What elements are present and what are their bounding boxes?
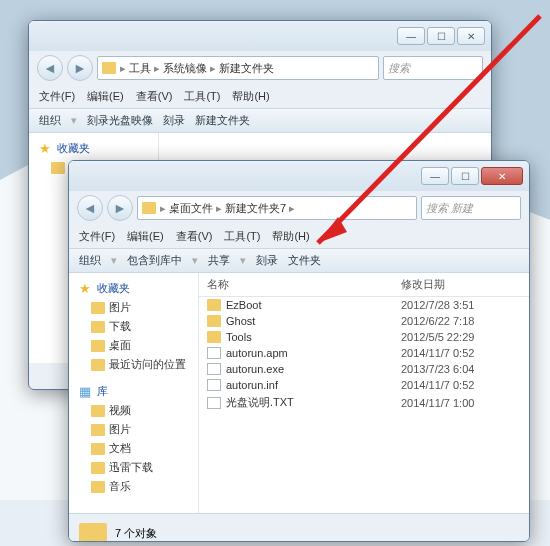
folder-button[interactable]: 文件夹 [288, 253, 321, 268]
folder-icon [79, 523, 107, 543]
column-headers[interactable]: 名称 修改日期 [199, 273, 529, 297]
col-date: 修改日期 [401, 277, 521, 292]
file-row[interactable]: autorun.exe2013/7/23 6:04 [199, 361, 529, 377]
tree-item-pictures[interactable]: 图片 [85, 298, 194, 317]
close-button[interactable]: ✕ [481, 167, 523, 185]
titlebar[interactable]: — ☐ ✕ [69, 161, 529, 191]
tree-item-downloads[interactable]: 下载 [85, 317, 194, 336]
back-button[interactable]: ◄ [77, 195, 103, 221]
file-row[interactable]: autorun.apm2014/11/7 0:52 [199, 345, 529, 361]
file-name: autorun.exe [226, 363, 284, 375]
search-input[interactable]: 搜索 新建 [421, 196, 521, 220]
toolbar: 组织▾ 包含到库中▾ 共享▾ 刻录 文件夹 [69, 248, 529, 273]
close-button[interactable]: ✕ [457, 27, 485, 45]
file-icon [207, 347, 221, 359]
burn-image-button[interactable]: 刻录光盘映像 [87, 113, 153, 128]
file-icon [207, 397, 221, 409]
tree-item-videos[interactable]: 视频 [85, 401, 194, 420]
file-list[interactable]: 名称 修改日期 EzBoot2012/7/28 3:51Ghost2012/6/… [199, 273, 529, 513]
tree-item-desktop[interactable]: 桌面 [85, 336, 194, 355]
file-date: 2014/11/7 0:52 [401, 347, 521, 359]
maximize-button[interactable]: ☐ [451, 167, 479, 185]
new-folder-button[interactable]: 新建文件夹 [195, 113, 250, 128]
file-date: 2014/11/7 1:00 [401, 397, 521, 409]
tree-item-documents[interactable]: 文档 [85, 439, 194, 458]
file-name: 光盘说明.TXT [226, 395, 294, 410]
menu-help[interactable]: 帮助(H) [232, 89, 269, 104]
menu-edit[interactable]: 编辑(E) [127, 229, 164, 244]
menu-tools[interactable]: 工具(T) [224, 229, 260, 244]
file-date: 2012/6/22 7:18 [401, 315, 521, 327]
menu-view[interactable]: 查看(V) [136, 89, 173, 104]
nav-tree: ★收藏夹 图片 下载 桌面 最近访问的位置 ▦库 视频 图片 文档 迅雷下载 音… [69, 273, 199, 513]
minimize-button[interactable]: — [397, 27, 425, 45]
include-library-button[interactable]: 包含到库中 [127, 253, 182, 268]
back-button[interactable]: ◄ [37, 55, 63, 81]
folder-icon [142, 202, 156, 214]
address-bar[interactable]: ▸桌面文件 ▸新建文件夹7 ▸ [137, 196, 417, 220]
tree-favorites[interactable]: ★收藏夹 [73, 279, 194, 298]
breadcrumb[interactable]: ▸桌面文件 ▸新建文件夹7 ▸ [160, 201, 295, 216]
minimize-button[interactable]: — [421, 167, 449, 185]
status-bar: 7 个对象 [69, 513, 529, 542]
menu-file[interactable]: 文件(F) [39, 89, 75, 104]
nav-row: ◄ ► ▸工具 ▸系统镜像 ▸新建文件夹 搜索 [29, 51, 491, 85]
forward-button[interactable]: ► [107, 195, 133, 221]
file-row[interactable]: autorun.inf2014/11/7 0:52 [199, 377, 529, 393]
forward-button[interactable]: ► [67, 55, 93, 81]
file-name: autorun.inf [226, 379, 278, 391]
tree-item-recent[interactable]: 最近访问的位置 [85, 355, 194, 374]
search-input[interactable]: 搜索 [383, 56, 483, 80]
file-row[interactable]: Ghost2012/6/22 7:18 [199, 313, 529, 329]
toolbar: 组织▾ 刻录光盘映像 刻录 新建文件夹 [29, 108, 491, 133]
menu-bar: 文件(F) 编辑(E) 查看(V) 工具(T) 帮助(H) [69, 225, 529, 248]
file-icon [207, 363, 221, 375]
file-date: 2012/5/5 22:29 [401, 331, 521, 343]
share-button[interactable]: 共享 [208, 253, 230, 268]
menu-edit[interactable]: 编辑(E) [87, 89, 124, 104]
file-date: 2014/11/7 0:52 [401, 379, 521, 391]
file-name: Ghost [226, 315, 255, 327]
tree-item-music[interactable]: 音乐 [85, 477, 194, 496]
menu-bar: 文件(F) 编辑(E) 查看(V) 工具(T) 帮助(H) [29, 85, 491, 108]
burn-button[interactable]: 刻录 [256, 253, 278, 268]
file-icon [207, 379, 221, 391]
titlebar[interactable]: — ☐ ✕ [29, 21, 491, 51]
address-bar[interactable]: ▸工具 ▸系统镜像 ▸新建文件夹 [97, 56, 379, 80]
tree-item-thunder[interactable]: 迅雷下载 [85, 458, 194, 477]
explorer-window-front: — ☐ ✕ ◄ ► ▸桌面文件 ▸新建文件夹7 ▸ 搜索 新建 文件(F) 编辑… [68, 160, 530, 542]
menu-file[interactable]: 文件(F) [79, 229, 115, 244]
file-date: 2012/7/28 3:51 [401, 299, 521, 311]
file-name: EzBoot [226, 299, 261, 311]
tree-item-pictures[interactable]: 图片 [85, 420, 194, 439]
menu-help[interactable]: 帮助(H) [272, 229, 309, 244]
maximize-button[interactable]: ☐ [427, 27, 455, 45]
col-name: 名称 [207, 277, 401, 292]
menu-tools[interactable]: 工具(T) [184, 89, 220, 104]
organize-button[interactable]: 组织 [79, 253, 101, 268]
file-row[interactable]: Tools2012/5/5 22:29 [199, 329, 529, 345]
burn-button[interactable]: 刻录 [163, 113, 185, 128]
tree-libraries[interactable]: ▦库 [73, 382, 194, 401]
folder-icon [207, 299, 221, 311]
menu-view[interactable]: 查看(V) [176, 229, 213, 244]
file-name: autorun.apm [226, 347, 288, 359]
organize-button[interactable]: 组织 [39, 113, 61, 128]
status-text: 7 个对象 [115, 526, 157, 541]
tree-favorites[interactable]: ★收藏夹 [33, 139, 154, 158]
file-name: Tools [226, 331, 252, 343]
folder-icon [207, 315, 221, 327]
nav-row: ◄ ► ▸桌面文件 ▸新建文件夹7 ▸ 搜索 新建 [69, 191, 529, 225]
folder-icon [207, 331, 221, 343]
file-row[interactable]: 光盘说明.TXT2014/11/7 1:00 [199, 393, 529, 412]
file-date: 2013/7/23 6:04 [401, 363, 521, 375]
file-row[interactable]: EzBoot2012/7/28 3:51 [199, 297, 529, 313]
breadcrumb[interactable]: ▸工具 ▸系统镜像 ▸新建文件夹 [120, 61, 274, 76]
folder-icon [102, 62, 116, 74]
